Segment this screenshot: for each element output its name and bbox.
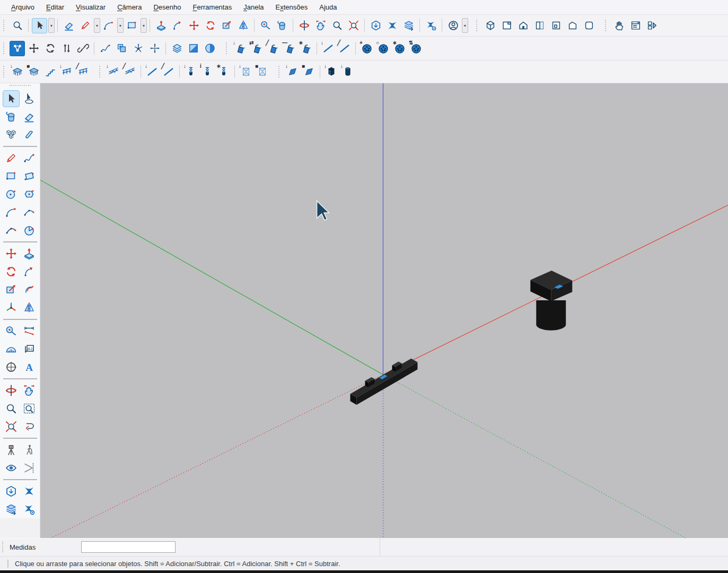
scene-canvas[interactable] [40, 83, 728, 538]
explode-axes-tool-button[interactable] [130, 41, 146, 56]
arc-tool-dropdown[interactable]: ▼ [117, 18, 124, 33]
measurements-grip[interactable] [2, 542, 5, 552]
field-of-view-tool-button[interactable] [21, 459, 38, 476]
arc-tool-button[interactable] [101, 18, 116, 33]
pan-tool-large-button[interactable] [21, 382, 38, 399]
menu-editar[interactable]: Editar [40, 2, 70, 13]
rectangle-tool-dropdown[interactable]: ▼ [141, 18, 147, 33]
paint-bucket-tool-large-button[interactable] [3, 108, 20, 125]
menu-ferramentas[interactable]: Ferramentas [187, 2, 238, 13]
expand-panels-button-button[interactable] [644, 18, 660, 33]
connect-nodes-tool-button[interactable] [10, 41, 25, 56]
deck-edit-tool-button[interactable]: ■ [26, 64, 41, 80]
text-tool-button[interactable]: A1 [21, 341, 38, 358]
warehouse-3d-button-button[interactable] [368, 18, 383, 33]
model-viewport[interactable] [40, 83, 728, 538]
walk-tool-button[interactable] [21, 441, 38, 458]
pie-tool-button[interactable] [21, 222, 38, 239]
view-left-button-button[interactable] [548, 18, 564, 33]
shaded-style-button-button[interactable] [202, 41, 217, 56]
socket-settings-tool-button[interactable]: ∗ [392, 41, 407, 56]
palette-grip[interactable] [10, 85, 31, 89]
eraser-tool-large-button[interactable] [21, 108, 38, 125]
panel-insert-tool-button[interactable]: ↓ [285, 64, 300, 80]
protractor-tool-button[interactable] [3, 341, 20, 358]
scale-tool-large-button[interactable] [3, 281, 20, 298]
text-3d-tool-button[interactable]: A [21, 359, 38, 376]
edit-component-tool-button[interactable] [114, 41, 129, 56]
stairs-tool-button[interactable] [42, 64, 58, 80]
extension-warehouse-button-button[interactable] [384, 18, 400, 33]
extension-manager-tool-button[interactable] [21, 501, 38, 518]
move-tool-large-button[interactable] [3, 245, 20, 262]
pour-settings-tool-button[interactable]: ∗ [298, 41, 313, 56]
lift-insert-tool-button[interactable]: ↓ [183, 64, 198, 80]
raise-lower-tool-button[interactable] [59, 41, 74, 56]
view-bottom-button-button[interactable] [581, 18, 597, 33]
tape-measure-tool-button[interactable] [258, 18, 273, 33]
distribute-tool-button[interactable] [147, 41, 162, 56]
deck-insert-tool-button[interactable]: ↓ [10, 64, 25, 80]
eraser-tool-button[interactable] [61, 18, 76, 33]
line-tool-button[interactable] [77, 18, 93, 33]
block-insert-tool-button[interactable]: ↓ [323, 64, 339, 80]
axes-tool-button[interactable] [3, 299, 20, 316]
offset-tool-button[interactable] [21, 281, 38, 298]
rectangle-tool-button[interactable] [124, 18, 139, 33]
warehouse-3d-tool-button[interactable] [3, 483, 20, 500]
rotate-tool-large-button[interactable] [3, 263, 20, 280]
circle-tool-button[interactable] [3, 186, 20, 203]
menu-ajuda[interactable]: Ajuda [313, 2, 343, 13]
rectangle-tool-large-button[interactable] [3, 168, 20, 185]
lasso-select-tool-button[interactable] [21, 90, 38, 107]
pour-draw-tool-button[interactable]: ╱ [265, 41, 280, 56]
rotate-entity-tool-button[interactable] [42, 41, 58, 56]
toolbar-grip[interactable] [226, 42, 229, 54]
socket-fill-tool-button[interactable]: ○ [375, 41, 391, 56]
railing-draw-tool-button[interactable]: ╱ [75, 64, 91, 80]
socket-swap-tool-button[interactable]: ⇅ [408, 41, 424, 56]
truss-draw-tool-button[interactable]: ╱ [122, 64, 137, 80]
zoom-extents-tool-large-button[interactable] [3, 418, 20, 435]
select-tool-large-button[interactable] [3, 90, 20, 107]
line-tool-large-button[interactable] [3, 150, 20, 167]
menu-janela[interactable]: Janela [238, 2, 269, 13]
zoom-tool-button[interactable] [10, 18, 25, 33]
menu-desenho[interactable]: Desenho [147, 2, 187, 13]
orbit-tool-button[interactable] [296, 18, 312, 33]
line-insert-tool-button[interactable]: ↓ [320, 41, 336, 56]
pour-insert-tool-button[interactable]: ↓ [232, 41, 248, 56]
draw-path-tool-button[interactable] [98, 41, 113, 56]
previous-view-tool-button[interactable] [21, 418, 38, 435]
face-style-button-button[interactable] [186, 41, 201, 56]
toolbar-grip[interactable] [3, 42, 6, 54]
toolbar-grip[interactable] [99, 66, 102, 77]
account-button-button[interactable] [445, 18, 461, 33]
account-button-dropdown[interactable]: ▼ [462, 18, 468, 33]
polygon-tool-button[interactable] [21, 186, 38, 203]
look-around-tool-button[interactable] [3, 459, 20, 476]
socket-add-tool-button[interactable]: + [359, 41, 374, 56]
model-rail-bar[interactable] [350, 359, 418, 405]
share-model-tool-button[interactable] [3, 501, 20, 518]
toolbar-grip[interactable] [476, 20, 479, 31]
select-tool-dropdown[interactable]: ▼ [48, 18, 55, 33]
freehand-tool-button[interactable] [21, 150, 38, 167]
zoom-window-tool-button[interactable] [21, 400, 38, 417]
pan-tool-button[interactable] [313, 18, 328, 33]
view-front-button-button[interactable] [515, 18, 531, 33]
truss-insert-tool-button[interactable]: ↓ [106, 64, 121, 80]
lift-settings-tool-button[interactable]: ∗ [216, 64, 231, 80]
rotate-tool-button[interactable] [203, 18, 218, 33]
pour-line-tool-button[interactable]: — [282, 41, 297, 56]
frame-insert-tool-button[interactable]: ↓ [238, 64, 253, 80]
railing-insert-tool-button[interactable]: ↓ [59, 64, 74, 80]
extension-warehouse-tool-button[interactable] [21, 483, 38, 500]
menu-arquivo[interactable]: Arquivo [5, 2, 40, 13]
orbit-tool-large-button[interactable] [3, 382, 20, 399]
extension-manager-button-button[interactable] [423, 18, 438, 33]
layers-style-button-button[interactable] [169, 41, 185, 56]
view-back-button-button[interactable] [565, 18, 580, 33]
model-post-block[interactable] [530, 271, 572, 331]
line-draw-tool-button[interactable]: ╱ [337, 41, 352, 56]
